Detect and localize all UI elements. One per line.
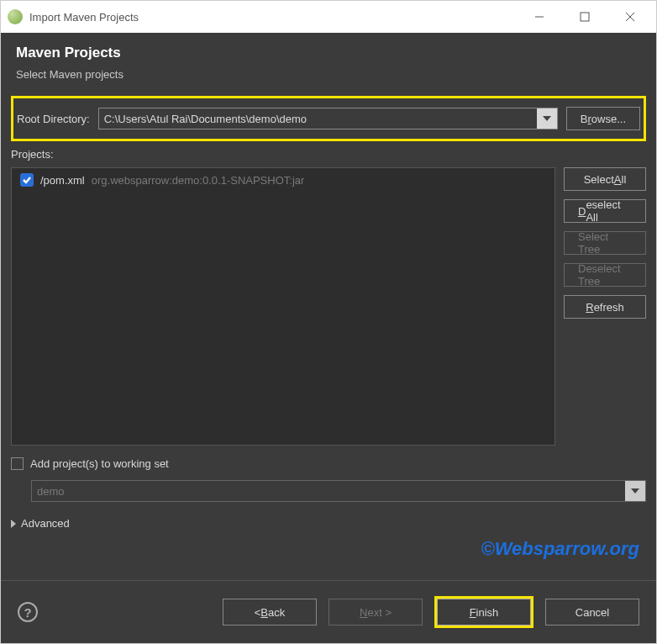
list-item[interactable]: /pom.xml org.websparrow:demo:0.0.1-SNAPS… bbox=[12, 168, 555, 192]
refresh-button[interactable]: Refresh bbox=[564, 295, 646, 319]
back-button[interactable]: < Back bbox=[223, 599, 317, 626]
workingset-select-row bbox=[31, 480, 646, 502]
chevron-down-icon bbox=[625, 481, 645, 501]
workingset-checkbox[interactable] bbox=[11, 457, 24, 470]
project-name: /pom.xml bbox=[40, 174, 85, 187]
close-button[interactable] bbox=[611, 1, 649, 33]
eclipse-icon bbox=[8, 9, 23, 24]
dialog-footer: ? < Back Next > Finish Cancel bbox=[1, 580, 656, 643]
import-maven-dialog: Import Maven Projects Maven Projects Sel… bbox=[0, 0, 657, 644]
root-directory-row: Root Directory: Browse... bbox=[11, 96, 646, 141]
workingset-label: Add project(s) to working set bbox=[30, 457, 169, 470]
projects-label: Projects: bbox=[11, 148, 646, 161]
workingset-row: Add project(s) to working set bbox=[11, 457, 646, 470]
root-directory-combo[interactable] bbox=[98, 108, 558, 129]
maximize-button[interactable] bbox=[565, 1, 604, 33]
workingset-input bbox=[31, 480, 646, 502]
svg-marker-5 bbox=[631, 488, 639, 494]
triangle-right-icon bbox=[11, 520, 16, 528]
projects-list[interactable]: /pom.xml org.websparrow:demo:0.0.1-SNAPS… bbox=[11, 167, 555, 446]
help-icon[interactable]: ? bbox=[18, 602, 38, 622]
deselect-all-button[interactable]: Deselect All bbox=[564, 199, 646, 223]
banner-subtitle: Select Maven projects bbox=[16, 68, 641, 81]
project-desc: org.websparrow:demo:0.0.1-SNAPSHOT:jar bbox=[92, 174, 305, 187]
window-title: Import Maven Projects bbox=[29, 11, 513, 24]
svg-rect-1 bbox=[581, 13, 589, 21]
finish-highlight: Finish bbox=[434, 596, 533, 628]
next-button: Next > bbox=[328, 599, 423, 626]
workingset-combo bbox=[31, 480, 646, 502]
cancel-button[interactable]: Cancel bbox=[545, 599, 639, 626]
finish-button[interactable]: Finish bbox=[437, 599, 531, 626]
banner-heading: Maven Projects bbox=[16, 45, 641, 61]
checkbox-checked-icon[interactable] bbox=[20, 173, 34, 187]
select-all-button[interactable]: Select All bbox=[564, 167, 646, 191]
browse-button[interactable]: Browse... bbox=[566, 107, 640, 130]
titlebar: Import Maven Projects bbox=[1, 1, 656, 33]
watermark: ©Websparrow.org bbox=[11, 538, 639, 560]
deselect-tree-button: Deselect Tree bbox=[564, 263, 646, 287]
svg-marker-4 bbox=[543, 116, 551, 121]
advanced-label: Advanced bbox=[21, 517, 70, 530]
select-tree-button: Select Tree bbox=[564, 231, 646, 255]
dialog-banner: Maven Projects Select Maven projects bbox=[1, 33, 656, 96]
chevron-down-icon[interactable] bbox=[537, 108, 557, 129]
root-directory-label: Root Directory: bbox=[17, 113, 90, 125]
advanced-toggle[interactable]: Advanced bbox=[11, 517, 646, 530]
projects-area: /pom.xml org.websparrow:demo:0.0.1-SNAPS… bbox=[11, 167, 646, 446]
side-buttons: Select All Deselect All Select Tree Dese… bbox=[564, 167, 646, 446]
minimize-button[interactable] bbox=[520, 1, 559, 33]
dialog-content: Root Directory: Browse... Projects: /pom… bbox=[1, 96, 656, 580]
root-directory-input[interactable] bbox=[98, 108, 558, 129]
